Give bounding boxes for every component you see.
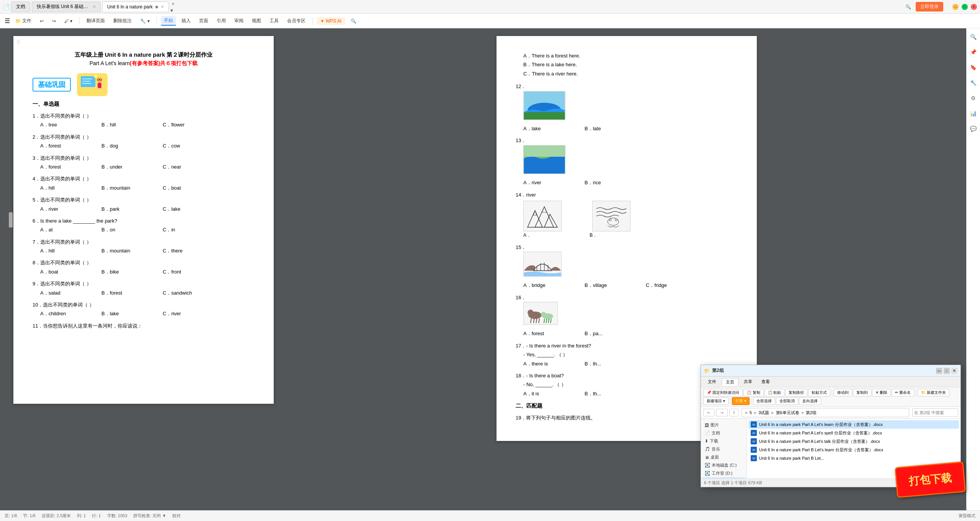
fe-sep3 (730, 398, 730, 404)
menu-review[interactable]: 审阅 (231, 16, 247, 25)
fe-file-1[interactable]: W Unit 6 In a nature park Part A Let's l… (748, 420, 959, 429)
sidebar-icon-4[interactable]: 🔧 (968, 77, 979, 88)
page-left: ⠿ 五年级上册 Unit 6 In a nature park 第２课时分层作业… (13, 36, 274, 404)
fe-btn-open[interactable]: 打开 ▾ (732, 397, 750, 405)
search-icon[interactable]: 🔍 (905, 4, 911, 10)
fe-address-bar[interactable]: ＞ 5 ＞ 3试题 ＞ 第6单元试卷 ＞ 第2组 (742, 408, 909, 417)
page-handle-dots[interactable]: ⠿ (16, 39, 20, 45)
toolbar-undo[interactable]: ↩ (37, 17, 47, 25)
menu-start[interactable]: 开始 (161, 16, 176, 26)
fe-sidebar-music[interactable]: 🎵音乐 (702, 445, 745, 453)
fe-sidebar-pictures[interactable]: 🖼图片 (702, 421, 745, 429)
close-button[interactable]: ✕ (971, 4, 977, 10)
status-section: 节: 1/6 (23, 513, 35, 519)
sidebar-icon-2[interactable]: 📌 (968, 47, 979, 57)
tab-nature-park[interactable]: Unit 6 In a nature park ◉ ✕ (102, 2, 169, 12)
fe-file-5[interactable]: W Unit 6 In a nature park Part B Let... (748, 454, 959, 462)
svg-rect-1 (81, 76, 95, 87)
q1-options: A．tree B．hill C．flower (40, 120, 255, 129)
fe-sidebar-desktop[interactable]: 🖥桌面 (702, 453, 745, 461)
fe-file-5-name: Unit 6 In a nature park Part B Let... (759, 456, 824, 460)
status-bar: 页: 1/8 节: 1/6 设置距: 2.5厘米 列: 1 行: 1 字数: 1… (0, 510, 980, 521)
register-button[interactable]: 立即登录 (916, 2, 943, 11)
fe-search-input[interactable] (912, 408, 958, 417)
doc-subtitle: Part A Let's learn(有参考答案)共６项打包下载 (33, 60, 255, 67)
question-2: 2．选出不同类的单词（ ） A．forest B．dog C．cow (33, 133, 255, 151)
menu-reference[interactable]: 引用 (214, 16, 229, 25)
maximize-button[interactable]: □ (962, 4, 968, 10)
page-drag-handle[interactable] (9, 212, 13, 228)
fe-back[interactable]: ← (703, 409, 715, 416)
new-tab-button[interactable]: ＋ ▾ (170, 2, 180, 11)
fe-btn-copy-to[interactable]: 复制到 (853, 389, 871, 396)
toolbar-icon-hamburger[interactable]: ☰ (5, 17, 10, 25)
fe-file-3[interactable]: W Unit 6 In a nature park Part A Let's t… (748, 437, 959, 446)
fe-btn-invert[interactable]: 反向选择 (799, 397, 821, 405)
fe-sidebar-docs[interactable]: 📄文档 (702, 429, 745, 437)
toolbar-redo[interactable]: ↪ (49, 17, 59, 25)
tab-exercise-close[interactable]: ✕ (93, 5, 96, 9)
fe-btn-delete[interactable]: ✕ 删除 (872, 389, 891, 396)
fe-file-4[interactable]: W Unit 6 In a nature park Part B Let's l… (748, 446, 959, 454)
fe-drive-c-icon: 💽 (705, 463, 710, 468)
question-7: 7．选出不同类的单词（ ） A．hill B．mountain C．there (33, 238, 255, 256)
fe-tab-share[interactable]: 共享 (740, 378, 756, 385)
fe-up[interactable]: ↑ (729, 409, 738, 416)
fe-btn-copy[interactable]: 📋 复制 (743, 389, 764, 396)
fe-btn-select-all[interactable]: 全部选择 (753, 397, 775, 405)
minimize-button[interactable]: — (952, 4, 959, 10)
toolbar-format[interactable]: 🖊 ▾ (61, 17, 75, 25)
fe-sep2 (916, 390, 916, 396)
sidebar-icon-7[interactable]: 💬 (968, 123, 979, 134)
fe-btn-paste[interactable]: 📋 粘贴 (764, 389, 785, 396)
menu-more[interactable]: 🔧 ▾ (137, 17, 152, 25)
title-right: 🔍 立即登录 — □ ✕ (905, 2, 977, 11)
fe-music-icon: 🎵 (705, 447, 710, 452)
wps-ai-button[interactable]: ✦ WPS AI (317, 17, 345, 25)
fe-file-3-icon: W (751, 438, 757, 444)
fe-docs-icon: 📄 (705, 431, 710, 436)
sidebar-icon-3[interactable]: 🔖 (968, 62, 979, 73)
q15-options: A．bridge B．village C．fridge (523, 281, 738, 290)
fe-file-2[interactable]: W Unit 6 In a nature park Part A Let's s… (748, 429, 959, 437)
tab-exercise[interactable]: 快乐暑假练 Unit 6 基础达标考 小... ✕ (32, 2, 101, 12)
sidebar-icon-1[interactable]: 🔍 (968, 31, 979, 42)
tab-nature-park-close[interactable]: ✕ (161, 5, 164, 9)
fe-btn-move[interactable]: 移动到 (834, 389, 852, 396)
fe-tab-home[interactable]: 主页 (722, 378, 738, 386)
fe-file-5-icon: W (751, 455, 757, 461)
question-16: 16． (516, 293, 738, 338)
fe-minimize[interactable]: — (936, 368, 942, 374)
q15-image (523, 252, 738, 279)
fe-maximize[interactable]: □ (944, 368, 950, 374)
menu-member[interactable]: 会员专区 (284, 16, 309, 25)
menu-view[interactable]: 视图 (249, 16, 264, 25)
menu-tools[interactable]: 工具 (266, 16, 282, 25)
question-8: 8．选出不同类的单词（ ） A．boat B．bike C．front (33, 258, 255, 276)
sidebar-icon-5[interactable]: ⚙ (968, 93, 979, 103)
fe-forward[interactable]: → (716, 409, 728, 416)
fe-btn-pin[interactable]: 📌 固定到快速访问 (703, 389, 743, 396)
fe-sidebar-downloads[interactable]: ⬇下载 (702, 437, 745, 445)
sidebar-icon-6[interactable]: 📊 (968, 108, 979, 119)
menu-delete-comment[interactable]: 删除批注 (110, 16, 135, 25)
fe-btn-paste-shortcut[interactable]: 粘贴方式 (808, 389, 830, 396)
fe-btn-copy-path[interactable]: 复制路径 (785, 389, 807, 396)
fe-btn-deselect-all[interactable]: 全部取消 (776, 397, 798, 405)
fe-btn-rename[interactable]: ✏ 重命名 (892, 389, 914, 396)
tab-doc[interactable]: 文档 (11, 2, 30, 12)
sep1 (79, 17, 80, 25)
toolbar-search[interactable]: 🔍 (348, 17, 359, 25)
fe-tab-view[interactable]: 查看 (758, 378, 774, 385)
fe-btn-new-item[interactable]: 新建项目 ▾ (703, 397, 728, 405)
fe-close[interactable]: ✕ (951, 368, 957, 374)
fe-btn-new-folder[interactable]: 📁 新建文件夹 (918, 389, 949, 396)
download-banner[interactable]: 打包下载 (895, 461, 966, 498)
fe-sidebar-d[interactable]: 💽工作室 (D:) (702, 469, 745, 477)
fe-tab-file[interactable]: 文件 (704, 378, 720, 385)
fe-sidebar-c[interactable]: 💽本地磁盘 (C:) (702, 461, 745, 469)
menu-translate[interactable]: 翻译页面 (83, 16, 108, 25)
menu-insert[interactable]: 插入 (178, 16, 194, 25)
menu-page[interactable]: 页面 (196, 16, 211, 25)
menu-file[interactable]: 📁 文件 (12, 16, 34, 25)
